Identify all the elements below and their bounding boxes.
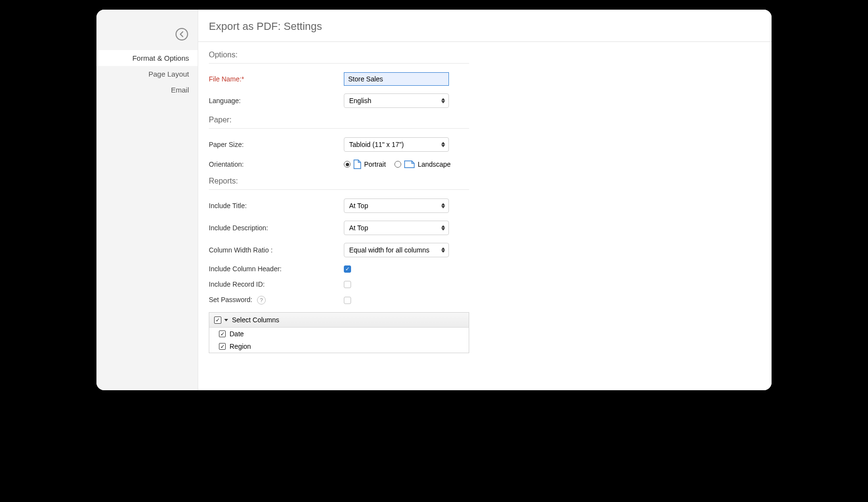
select-columns-label: Select Columns [232, 316, 279, 324]
label-language: Language: [209, 97, 344, 105]
column-item[interactable]: Date [209, 328, 469, 340]
row-include-record-id: Include Record ID: [209, 280, 761, 288]
chevron-left-icon [179, 31, 184, 37]
select-columns-box: Select Columns Date Region [209, 312, 469, 353]
language-select-wrap: English [344, 93, 449, 108]
section-options-title: Options: [209, 51, 469, 64]
language-select[interactable]: English [344, 93, 449, 108]
include-record-id-checkbox[interactable] [344, 281, 351, 288]
column-checkbox[interactable] [219, 343, 226, 350]
column-label: Region [230, 343, 251, 350]
sidebar-item-label: Email [171, 86, 189, 94]
required-asterisk: * [242, 75, 244, 83]
include-column-header-checkbox[interactable] [344, 265, 351, 273]
row-include-column-header: Include Column Header: [209, 265, 761, 273]
sidebar-item-format-options[interactable]: Format & Options [96, 50, 198, 66]
row-include-title: Include Title: At Top [209, 198, 761, 213]
row-include-description: Include Description: At Top [209, 221, 761, 235]
radio-label: Landscape [418, 160, 451, 168]
back-button[interactable] [176, 28, 188, 40]
back-button-wrap [96, 28, 198, 40]
page-portrait-icon [353, 159, 361, 169]
sidebar-item-page-layout[interactable]: Page Layout [96, 66, 198, 82]
row-orientation: Orientation: Portrait Land [209, 159, 761, 169]
row-column-width-ratio: Column Width Ratio : Equal width for all… [209, 243, 761, 257]
row-language: Language: English [209, 93, 761, 108]
page-landscape-icon [404, 160, 415, 168]
paper-size-select-wrap: Tabloid (11" x 17") [344, 137, 449, 152]
column-width-select-wrap: Equal width for all columns [344, 243, 449, 257]
row-file-name: File Name:* [209, 72, 761, 86]
label-paper-size: Paper Size: [209, 141, 344, 148]
include-title-select-wrap: At Top [344, 198, 449, 213]
label-column-width-ratio: Column Width Ratio : [209, 246, 344, 254]
row-paper-size: Paper Size: Tabloid (11" x 17") [209, 137, 761, 152]
main-panel: Export as PDF: Settings Options: File Na… [198, 10, 772, 390]
sidebar-item-label: Page Layout [149, 70, 189, 78]
column-item[interactable]: Region [209, 340, 469, 353]
label-include-column-header: Include Column Header: [209, 265, 344, 273]
label-include-description: Include Description: [209, 224, 344, 232]
radio-icon [394, 161, 401, 168]
column-width-select[interactable]: Equal width for all columns [344, 243, 449, 257]
orientation-radio-group: Portrait Landscape [344, 159, 451, 169]
label-file-name: File Name:* [209, 75, 344, 83]
export-settings-window: Format & Options Page Layout Email Expor… [96, 10, 772, 390]
paper-size-select[interactable]: Tabloid (11" x 17") [344, 137, 449, 152]
include-title-select[interactable]: At Top [344, 198, 449, 213]
select-columns-header[interactable]: Select Columns [209, 313, 469, 328]
sidebar-item-label: Format & Options [132, 54, 189, 62]
content-area: Options: File Name:* Language: English P… [198, 42, 772, 390]
file-name-input[interactable] [344, 72, 449, 86]
label-set-password: Set Password: ? [209, 296, 344, 304]
label-include-title: Include Title: [209, 202, 344, 210]
radio-label: Portrait [364, 160, 386, 168]
radio-icon [344, 161, 351, 168]
label-orientation: Orientation: [209, 160, 344, 168]
column-label: Date [230, 330, 244, 338]
orientation-landscape-radio[interactable]: Landscape [394, 160, 451, 168]
select-all-columns-checkbox[interactable] [214, 317, 221, 324]
sidebar: Format & Options Page Layout Email [96, 10, 198, 390]
row-set-password: Set Password: ? [209, 296, 761, 304]
help-icon[interactable]: ? [257, 296, 266, 304]
sidebar-item-email[interactable]: Email [96, 82, 198, 98]
section-reports-title: Reports: [209, 177, 469, 190]
section-paper-title: Paper: [209, 116, 469, 129]
orientation-portrait-radio[interactable]: Portrait [344, 159, 386, 169]
chevron-down-icon [224, 319, 228, 321]
include-description-select-wrap: At Top [344, 221, 449, 235]
page-title: Export as PDF: Settings [198, 10, 772, 42]
label-include-record-id: Include Record ID: [209, 280, 344, 288]
include-description-select[interactable]: At Top [344, 221, 449, 235]
column-checkbox[interactable] [219, 330, 226, 337]
set-password-checkbox[interactable] [344, 297, 351, 304]
